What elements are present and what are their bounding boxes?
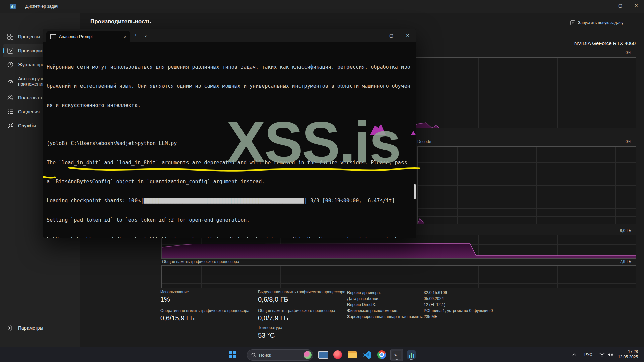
wifi-icon [599,352,605,357]
shared-memory-label: Общая память графического процессора [258,308,335,313]
dedicated-memory-label: Выделенная память графического процессор… [258,290,345,294]
taskbar-red-app-icon[interactable] [332,349,344,361]
driver-value: 235 МБ [424,314,437,319]
terminal-line: бражений и естественный язык. Они являют… [47,83,414,89]
windows-logo-icon [229,351,236,358]
run-new-task-button[interactable]: Запустить новую задачу [570,18,623,27]
gpu-ram-value: 0,6/15,9 ГБ [160,314,195,322]
close-button[interactable]: ✕ [629,1,644,11]
gpu-shared-memory-title: Общая память графического процессора [162,259,239,264]
red-circle-icon [333,350,342,359]
terminal-maximize-button[interactable]: ▢ [384,29,399,42]
dedicated-memory-value: 0,6/8,0 ГБ [258,296,288,303]
gpu-util-percent: 0% [604,50,631,55]
network-volume-button[interactable] [599,347,613,362]
terminal-line: Нейронные сети могут использоваться для … [47,64,414,70]
gpu-decode-percent: 0% [604,139,631,144]
chrome-icon [377,350,386,359]
terminal-icon: >_ [392,351,401,359]
progress-prefix: Loading checkpoint shards: 100%| [47,198,144,204]
taskmanager-app-icon [10,3,16,9]
maximize-button[interactable]: ▢ [612,1,628,11]
tab-close-icon[interactable]: ✕ [124,35,127,39]
taskbar-explorer-icon[interactable] [346,349,358,361]
taskbar-terminal-icon-active[interactable]: >_ [390,349,403,361]
run-new-task-icon [570,20,575,25]
driver-value: 12 (FL 12.1) [424,302,445,307]
progress-bar: ████████████████████████████████████████… [144,198,304,204]
driver-label: Версия драйвера: [347,290,381,295]
gpu-shared-memory-chart [161,265,636,288]
date: 12.05.2025 [618,354,638,360]
monitor-icon [318,351,328,359]
gpu-dedicated-capacity: 8,0 ГБ [604,228,631,233]
terminal-tab-title: Anaconda Prompt [59,34,124,39]
taskbar-monitor-app-icon[interactable] [317,349,329,361]
terminal-line: (yolo8) C:\Users\ebosh\Wadjet>python LLM… [47,140,414,147]
taskmanager-icon [407,350,416,359]
terminal-tab[interactable]: Anaconda Prompt ✕ [46,31,130,42]
terminal-line [47,121,414,128]
selected-indicator [3,48,4,53]
driver-label: Версия DirectX: [347,302,376,307]
terminal-window: Anaconda Prompt ✕ + ⌄ – ▢ ✕ Нейронные се… [43,29,416,238]
run-new-task-label: Запустить новую задачу [578,20,623,25]
clock[interactable]: 17:28 12.05.2025 [618,349,638,360]
search-box[interactable]: Поиск [247,349,313,361]
search-icon [251,353,256,358]
tray-chevron-button[interactable] [572,347,576,362]
vscode-icon [363,351,371,359]
volume-icon [608,352,613,357]
terminal-scrollbar-thumb[interactable] [414,184,416,199]
temperature-label: Температура [258,325,282,330]
taskbar-taskmanager-icon[interactable] [405,349,417,361]
terminal-close-button[interactable]: ✕ [400,29,415,42]
screen: Диспетчер задач – ▢ ✕ Процессы Производи… [0,0,644,362]
gpu-shared-capacity: 7,9 ГБ [604,259,631,264]
driver-value: 05.09.2024 [424,296,444,301]
terminal-line: a `BitsAndBytesConfig` object in `quanti… [47,179,414,185]
driver-label: Зарезервированная аппаратная память: [347,314,423,319]
time: 17:28 [618,349,638,354]
taskbar: Поиск >_ РУС [0,347,644,362]
gpu-name: NVIDIA GeForce RTX 4060 [468,40,636,46]
progress-suffix: | 3/3 [00:19<00:00, 6.47s/it] [304,198,395,204]
terminal-line: C:\Users\ebosh\anaconda3\envs\yolo8\Lib\… [47,236,414,238]
minimize-button[interactable]: – [596,1,611,11]
sidebar-item-label: Параметры [18,325,65,331]
terminal-line: The `load_in_4bit` and `load_in_8bit` ar… [47,160,414,166]
driver-label: Дата разработки: [347,296,379,301]
chevron-up-icon [572,353,576,356]
window-title: Диспетчер задач [25,4,58,9]
new-tab-button[interactable]: + [134,32,137,38]
running-indicator [396,359,398,360]
hamburger-menu-icon[interactable] [5,19,12,25]
folder-icon [348,351,357,358]
gpu-decode-chart [417,146,636,224]
language-indicator[interactable]: РУС [584,347,592,362]
tab-dropdown-icon[interactable]: ⌄ [144,32,148,38]
console-icon [50,34,56,39]
page-title: Производительность [90,18,151,25]
progress-line: Loading checkpoint shards: 100%|████████… [47,198,414,204]
gpu-decode-label: Decode [417,139,431,144]
search-highlight-icon [304,351,312,359]
more-options-button[interactable]: … [633,17,638,24]
search-placeholder: Поиск [259,353,304,358]
gpu-ram-label: Оперативная память графического процессо… [160,308,249,313]
taskbar-chrome-icon[interactable] [376,349,388,361]
terminal-minimize-button[interactable]: – [368,29,383,42]
sidebar-item-settings[interactable]: Параметры [3,322,78,335]
shared-memory-value: 0,0/7,9 ГБ [258,314,288,322]
terminal-titlebar[interactable]: Anaconda Prompt ✕ + ⌄ – ▢ ✕ [43,29,416,42]
driver-label: Физическое расположение: [347,308,398,313]
taskbar-vscode-icon[interactable] [361,349,373,361]
terminal-line: ия и искусственного интеллекта. [47,102,414,109]
driver-value: 32.0.15.6109 [424,290,447,295]
terminal-content: Нейронные сети могут использоваться для … [43,42,416,238]
usage-value: 1% [160,296,170,303]
driver-value: PCI-шина 1, устройство 0, функция 0 [424,308,493,313]
running-indicator [410,359,413,360]
temperature-value: 53 °C [258,331,275,339]
start-button[interactable] [227,349,239,361]
